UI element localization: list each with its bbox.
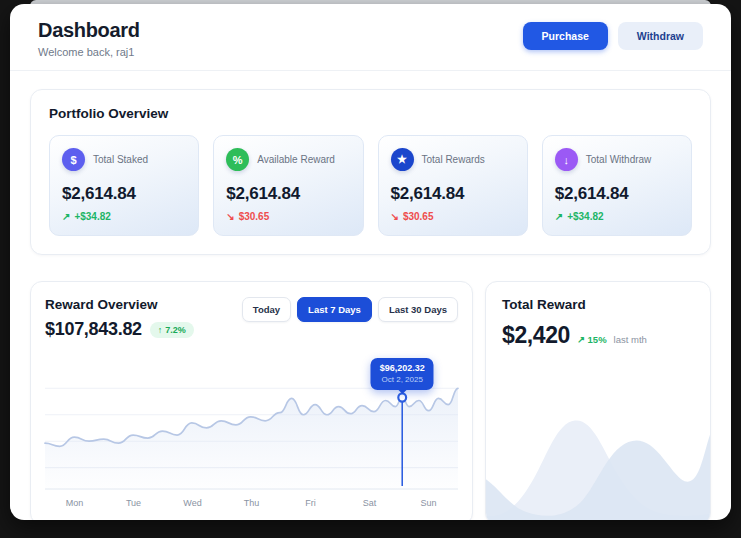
stat-head: % Available Reward: [226, 148, 350, 171]
bottom-row: Reward Overview $107,843.82 ↑ 7.2% Today…: [30, 281, 711, 520]
stat-head: $ Total Staked: [62, 148, 186, 171]
reward-change-badge: ↑ 7.2%: [150, 322, 194, 338]
stat-value: $2,614.84: [226, 184, 350, 204]
total-reward-card: Total Reward $2,420 ↗ 15% last mth: [485, 281, 711, 520]
stat-change-value: +$34.82: [567, 211, 603, 222]
stat-change-value: +$34.82: [74, 211, 110, 222]
page-header: Dashboard Welcome back, raj1 Purchase Wi…: [10, 4, 731, 71]
stat-change: ↘ $30.65: [391, 211, 515, 222]
stat-value: $2,614.84: [62, 184, 186, 204]
staked-coin-icon: $: [62, 148, 85, 171]
welcome-text: Welcome back, raj1: [38, 46, 140, 58]
trend-up-icon: ↗: [555, 211, 563, 222]
arrow-up-icon: ↑: [158, 325, 163, 335]
withdraw-button[interactable]: Withdraw: [618, 22, 703, 50]
trend-up-icon: ↗: [62, 211, 70, 222]
reward-overview-title: Reward Overview: [45, 297, 194, 312]
header-titles: Dashboard Welcome back, raj1: [38, 19, 140, 58]
reward-total-value: $107,843.82: [45, 319, 142, 340]
total-reward-value: $2,420: [502, 322, 570, 349]
tooltip-value: $96,202.32: [380, 363, 425, 373]
stat-change: ↗ +$34.82: [62, 211, 186, 222]
trend-up-icon: ↗: [577, 334, 585, 345]
x-label-fri: Fri: [281, 498, 340, 508]
x-label-wed: Wed: [163, 498, 222, 508]
tab-today[interactable]: Today: [242, 297, 291, 322]
range-tabs: Today Last 7 Days Last 30 Days: [242, 297, 458, 322]
purchase-button[interactable]: Purchase: [523, 22, 608, 50]
portfolio-title: Portfolio Overview: [49, 106, 692, 121]
stat-card-total-staked: $ Total Staked $2,614.84 ↗ +$34.82: [49, 135, 199, 236]
total-reward-value-row: $2,420 ↗ 15% last mth: [502, 322, 694, 349]
stat-head: ★ Total Rewards: [391, 148, 515, 171]
stat-card-total-withdraw: ↓ Total Withdraw $2,614.84 ↗ +$34.82: [542, 135, 692, 236]
x-axis-labels: Mon Tue Wed Thu Fri Sat Sun: [45, 498, 458, 512]
stat-label: Total Rewards: [422, 154, 485, 165]
reward-value-row: $107,843.82 ↑ 7.2%: [45, 319, 194, 340]
reward-line-chart-area[interactable]: $96,202.32 Oct 2, 2025: [45, 370, 458, 490]
stat-change: ↘ $30.65: [226, 211, 350, 222]
tab-last-30-days[interactable]: Last 30 Days: [378, 297, 458, 322]
percent-icon: %: [226, 148, 249, 171]
total-reward-title: Total Reward: [502, 297, 694, 312]
stat-label: Total Withdraw: [586, 154, 652, 165]
x-label-sun: Sun: [399, 498, 458, 508]
x-label-tue: Tue: [104, 498, 163, 508]
stat-change-value: $30.65: [403, 211, 434, 222]
total-reward-trend: ↗ 15%: [577, 334, 607, 345]
reward-overview-head: Reward Overview $107,843.82 ↑ 7.2% Today…: [45, 297, 458, 340]
page-title: Dashboard: [38, 19, 140, 42]
stat-card-total-rewards: ★ Total Rewards $2,614.84 ↘ $30.65: [378, 135, 528, 236]
reward-change-pct: 7.2%: [165, 325, 186, 335]
x-label-sat: Sat: [340, 498, 399, 508]
trend-down-icon: ↘: [226, 211, 234, 222]
stat-value: $2,614.84: [555, 184, 679, 204]
stat-card-row: $ Total Staked $2,614.84 ↗ +$34.82 % Ava…: [49, 135, 692, 236]
chart-tooltip: $96,202.32 Oct 2, 2025: [371, 358, 434, 390]
stat-label: Available Reward: [257, 154, 335, 165]
stat-card-available-reward: % Available Reward $2,614.84 ↘ $30.65: [213, 135, 363, 236]
portfolio-overview-section: Portfolio Overview $ Total Staked $2,614…: [30, 89, 711, 255]
stat-value: $2,614.84: [391, 184, 515, 204]
stat-head: ↓ Total Withdraw: [555, 148, 679, 171]
stat-label: Total Staked: [93, 154, 148, 165]
withdraw-icon: ↓: [555, 148, 578, 171]
trend-down-icon: ↘: [391, 211, 399, 222]
page-content: Portfolio Overview $ Total Staked $2,614…: [10, 71, 731, 520]
rewards-icon: ★: [391, 148, 414, 171]
stat-change: ↗ +$34.82: [555, 211, 679, 222]
dashboard-page: Dashboard Welcome back, raj1 Purchase Wi…: [10, 4, 731, 520]
x-label-mon: Mon: [45, 498, 104, 508]
reward-overview-titles: Reward Overview $107,843.82 ↑ 7.2%: [45, 297, 194, 340]
stat-change-value: $30.65: [239, 211, 270, 222]
total-reward-area-chart: [486, 382, 710, 520]
total-reward-period: last mth: [614, 334, 647, 345]
tab-last-7-days[interactable]: Last 7 Days: [297, 297, 372, 322]
tooltip-date: Oct 2, 2025: [380, 375, 425, 384]
x-label-thu: Thu: [222, 498, 281, 508]
header-actions: Purchase Withdraw: [523, 22, 703, 50]
total-reward-change: 15%: [588, 334, 607, 345]
reward-overview-card: Reward Overview $107,843.82 ↑ 7.2% Today…: [30, 281, 473, 520]
